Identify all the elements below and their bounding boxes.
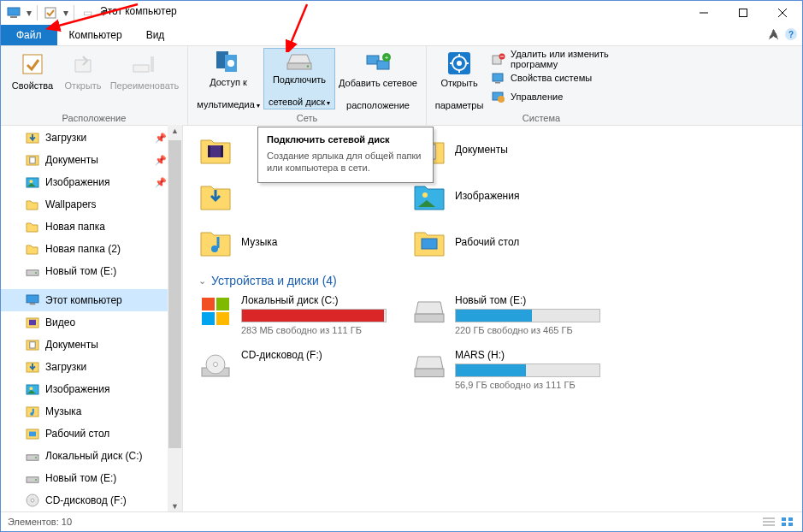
windisk-icon (198, 294, 233, 328)
help-icon[interactable]: ? (785, 28, 797, 40)
svg-point-16 (307, 65, 309, 67)
downloads-icon (198, 179, 233, 213)
drives-section-header[interactable]: ⌄ Устройства и диски (4) (198, 263, 802, 294)
svg-point-14 (227, 60, 234, 67)
nav-item[interactable]: Загрузки📌 (1, 127, 182, 149)
svg-rect-74 (202, 312, 215, 325)
add-network-location-button[interactable]: + Добавить сетевое расположение (335, 48, 421, 111)
nav-item[interactable]: Рабочий стол (1, 423, 182, 445)
scroll-thumb[interactable] (168, 140, 181, 448)
nav-item[interactable]: Новая папка (1, 216, 182, 238)
svg-rect-72 (202, 298, 215, 310)
svg-point-52 (30, 412, 33, 416)
file-tab[interactable]: Файл (1, 25, 57, 45)
computer-tab[interactable]: Компьютер (57, 25, 134, 45)
svg-rect-64 (208, 145, 210, 157)
library-folder[interactable]: Изображения (412, 174, 626, 217)
explorer-window: ▾ ▾ ▭ ▾ Этот компьютер Файл Компьютер Ви… (0, 0, 803, 532)
sysprops-icon (492, 71, 505, 85)
map-network-drive-button[interactable]: Подключить сетевой диск▾ (263, 48, 335, 109)
nav-item[interactable]: Этот компьютер (1, 289, 182, 311)
media-icon (214, 50, 243, 75)
nav-item-label: Рабочий стол (45, 428, 109, 440)
maximize-button[interactable] (723, 1, 763, 25)
close-button[interactable] (763, 1, 802, 25)
drive-item[interactable]: MARS (H:)56,9 ГБ свободно из 111 ГБ (412, 349, 626, 390)
nav-item[interactable]: Новый том (E:) (1, 260, 182, 282)
uninstall-program-button[interactable]: Удалить или изменить программу (488, 50, 652, 68)
dropdown-caret-icon: ▾ (257, 102, 260, 109)
tiles-view-icon[interactable] (780, 516, 795, 528)
navigation-pane: Загрузки📌Документы📌Изображения📌Wallpaper… (1, 125, 183, 512)
nav-item[interactable]: Новый том (E:) (1, 467, 182, 489)
nav-item[interactable]: Изображения📌 (1, 171, 182, 193)
desktop-icon (412, 225, 446, 259)
nav-item[interactable]: Загрузки (1, 356, 182, 378)
svg-rect-18 (377, 61, 389, 69)
library-folder[interactable]: Музыка (198, 221, 412, 263)
properties-button[interactable]: Свойства (6, 48, 59, 111)
minimize-button[interactable] (684, 1, 723, 25)
nav-item-label: Музыка (45, 405, 81, 417)
nav-item[interactable]: Документы (1, 334, 182, 356)
drive-icon (25, 449, 40, 463)
disk-icon (412, 349, 446, 383)
folder-icon (25, 220, 40, 233)
svg-rect-32 (495, 82, 500, 84)
manage-button[interactable]: Управление (488, 87, 652, 106)
svg-rect-9 (23, 55, 42, 74)
svg-rect-2 (8, 8, 20, 15)
system-properties-button[interactable]: Свойства системы (488, 68, 652, 87)
svg-point-23 (457, 61, 462, 66)
capacity-bar (241, 309, 387, 322)
downloads-icon (25, 131, 40, 145)
settings-icon (445, 50, 474, 76)
library-folder[interactable]: Документы (412, 128, 626, 171)
media-access-button[interactable]: Доступ к мультимедиа▾ (193, 48, 263, 111)
view-tab[interactable]: Вид (134, 25, 177, 45)
scroll-up-icon[interactable]: ▲ (171, 127, 179, 135)
nav-item-label: Новый том (E:) (45, 265, 116, 277)
svg-point-56 (35, 457, 37, 458)
map-drive-tooltip: Подключить сетевой диск Создание ярлыка … (257, 127, 434, 183)
documents-icon (25, 338, 40, 352)
quick-access-toolbar: ▾ ▾ ▭ ▾ (1, 3, 109, 22)
library-folder[interactable]: Рабочий стол (412, 221, 626, 263)
nav-item[interactable]: Документы📌 (1, 149, 182, 171)
svg-rect-45 (29, 320, 36, 325)
drive-icon (25, 471, 40, 485)
scroll-down-icon[interactable]: ▼ (171, 502, 179, 511)
new-folder-qat-icon[interactable]: ▭ (78, 3, 97, 22)
video-icon (198, 133, 233, 167)
drive-item[interactable]: Новый том (E:)220 ГБ свободно из 465 ГБ (412, 294, 626, 335)
svg-rect-84 (782, 517, 786, 521)
svg-point-50 (29, 387, 32, 390)
nav-item[interactable]: Новая папка (2) (1, 238, 182, 260)
details-view-icon[interactable] (761, 516, 776, 528)
nav-item[interactable]: CD-дисковод (F:) (1, 489, 182, 511)
open-settings-button[interactable]: Открыть параметры (430, 48, 488, 111)
drive-item[interactable]: CD-дисковод (F:) (198, 349, 412, 390)
qat-dropdown2-icon[interactable]: ▾ (62, 3, 70, 22)
drive-item[interactable]: Локальный диск (C:)283 МБ свободно из 11… (198, 294, 412, 335)
ribbon-group-system: Открыть параметры Удалить или изменить п… (427, 46, 656, 125)
nav-item-label: CD-дисковод (F:) (45, 494, 127, 506)
nav-item[interactable]: Локальный диск (C:) (1, 445, 182, 467)
nav-item[interactable]: Изображения (1, 378, 182, 400)
nav-scrollbar[interactable]: ▲ ▼ (168, 125, 182, 512)
svg-rect-3 (10, 16, 17, 18)
pictures-icon (25, 382, 40, 396)
nav-item-label: Этот компьютер (45, 294, 122, 306)
properties-qat-icon[interactable] (41, 3, 60, 22)
music-icon (198, 225, 233, 259)
nav-item[interactable]: Музыка (1, 400, 182, 423)
thispc-icon[interactable] (4, 3, 23, 22)
qat-dropdown-icon[interactable]: ▾ (25, 3, 33, 22)
nav-item[interactable]: Видео (1, 311, 182, 334)
nav-item[interactable]: Wallpapers (1, 193, 182, 216)
svg-rect-87 (788, 523, 793, 526)
svg-point-58 (35, 479, 37, 481)
folder-label: Документы (455, 144, 508, 156)
nav-item-label: Новый том (E:) (45, 472, 116, 484)
minimize-ribbon-icon[interactable]: ⮝ (768, 27, 780, 41)
